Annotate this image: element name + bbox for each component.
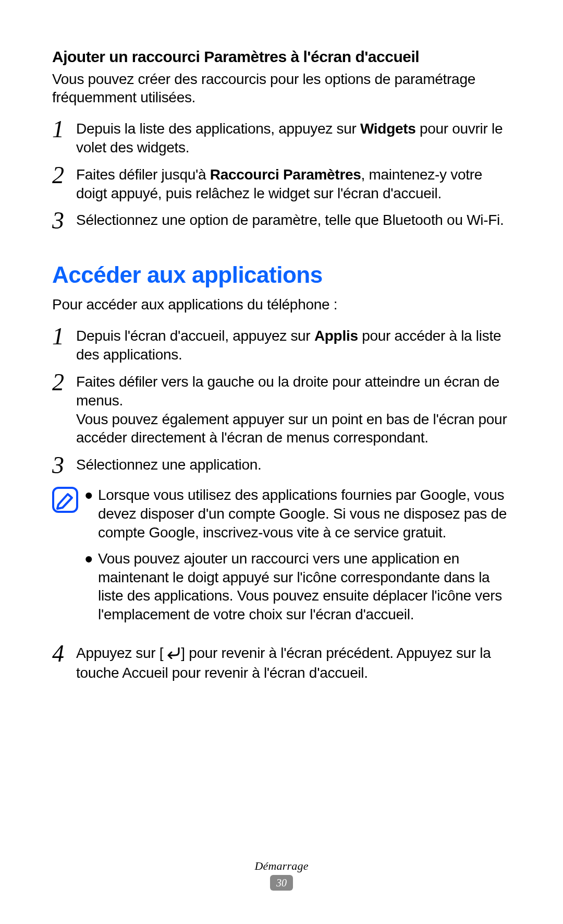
step-1b: 1 Depuis l'écran d'accueil, appuyez sur …	[52, 327, 511, 364]
section-title: Accéder aux applications	[52, 262, 511, 288]
step-number: 1	[52, 117, 76, 141]
manual-page: Ajouter un raccourci Paramètres à l'écra…	[0, 0, 563, 682]
step-text: Faites défiler vers la gauche ou la droi…	[76, 373, 511, 447]
step-text: Faites défiler jusqu'à Raccourci Paramèt…	[76, 165, 511, 203]
step-number: 3	[52, 209, 76, 233]
page-number-badge: 30	[270, 875, 293, 891]
step-number: 1	[52, 325, 76, 349]
bullet-item: ● Vous pouvez ajouter un raccourci vers …	[84, 549, 511, 624]
step-bold: Applis	[314, 328, 358, 344]
step-pre: Appuyez sur [	[76, 645, 163, 661]
step-3b: 3 Sélectionnez une application.	[52, 455, 511, 477]
bullet-dot: ●	[84, 486, 98, 505]
back-arrow-icon	[163, 645, 181, 664]
step-bold: Widgets	[360, 121, 416, 137]
step-3: 3 Sélectionnez une option de paramètre, …	[52, 211, 511, 233]
page-footer: Démarrage 30	[0, 859, 563, 891]
step-line1: Faites défiler vers la gauche ou la droi…	[76, 373, 511, 410]
subsection-title: Ajouter un raccourci Paramètres à l'écra…	[52, 47, 511, 67]
step-line2: Vous pouvez également appuyer sur un poi…	[76, 410, 511, 448]
footer-label: Démarrage	[0, 859, 563, 873]
step-number: 3	[52, 453, 76, 477]
step-text: Depuis l'écran d'accueil, appuyez sur Ap…	[76, 327, 511, 364]
step-text: Sélectionnez une option de paramètre, te…	[76, 211, 511, 230]
note-body: ● Lorsque vous utilisez des applications…	[84, 486, 511, 631]
step-number: 4	[52, 642, 76, 666]
step-1: 1 Depuis la liste des applications, appu…	[52, 119, 511, 157]
step-pre: Faites défiler jusqu'à	[76, 166, 210, 183]
bullet-item: ● Lorsque vous utilisez des applications…	[84, 486, 511, 542]
bullet-dot: ●	[84, 549, 98, 568]
bullet-text: Vous pouvez ajouter un raccourci vers un…	[98, 549, 511, 624]
step-text: Depuis la liste des applications, appuye…	[76, 119, 511, 157]
step-pre: Depuis la liste des applications, appuye…	[76, 121, 360, 137]
step-text: Sélectionnez une application.	[76, 455, 511, 474]
note-block: ● Lorsque vous utilisez des applications…	[52, 486, 511, 631]
step-4b: 4 Appuyez sur [] pour revenir à l'écran …	[52, 644, 511, 682]
step-text: Appuyez sur [] pour revenir à l'écran pr…	[76, 644, 511, 682]
step-pre: Depuis l'écran d'accueil, appuyez sur	[76, 328, 314, 344]
step-2: 2 Faites défiler jusqu'à Raccourci Param…	[52, 165, 511, 203]
intro-text: Vous pouvez créer des raccourcis pour le…	[52, 70, 511, 107]
step-number: 2	[52, 163, 76, 187]
intro-text: Pour accéder aux applications du télépho…	[52, 295, 511, 314]
step-2b: 2 Faites défiler vers la gauche ou la dr…	[52, 373, 511, 447]
bullet-text: Lorsque vous utilisez des applications f…	[98, 486, 511, 542]
step-bold: Raccourci Paramètres	[210, 166, 361, 183]
step-number: 2	[52, 370, 76, 394]
note-icon	[52, 487, 79, 513]
